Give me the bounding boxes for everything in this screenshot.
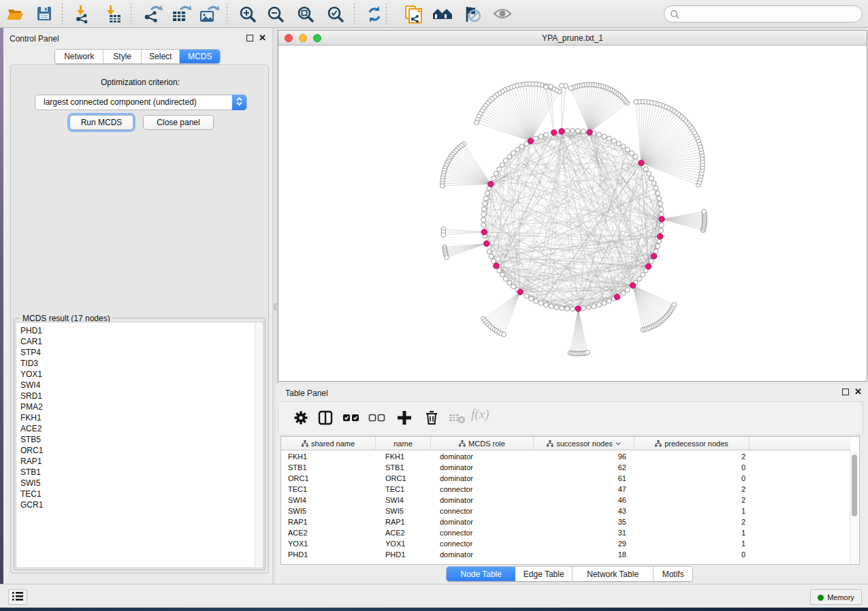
tab-node-table[interactable]: Node Table	[447, 567, 515, 581]
delete-table-icon[interactable]	[447, 409, 468, 428]
cell: TEC1	[281, 484, 376, 495]
import-table-icon[interactable]	[103, 5, 123, 24]
hide-flagged-icon[interactable]	[462, 5, 482, 24]
refresh-layout-icon[interactable]	[364, 5, 385, 24]
toolbar-separator	[131, 3, 131, 24]
table-row[interactable]: RAP1RAP1dominator352	[281, 516, 850, 527]
mcds-result-item[interactable]: FKH1	[16, 412, 255, 423]
mcds-result-item[interactable]: STP4	[16, 347, 255, 358]
zoom-selected-icon[interactable]	[325, 5, 346, 24]
tab-edge-table[interactable]: Edge Table	[515, 567, 573, 581]
table-row[interactable]: FKH1FKH1dominator962	[281, 451, 850, 462]
save-session-icon[interactable]	[34, 5, 54, 24]
toolbar-separator	[386, 3, 387, 24]
table-row[interactable]: ACE2ACE2connector311	[281, 527, 850, 538]
maximize-window-icon[interactable]	[313, 34, 321, 42]
table-panel-mode-icon[interactable]	[315, 409, 336, 428]
tab-network-table[interactable]: Network Table	[573, 567, 654, 581]
mcds-result-item[interactable]: PMA2	[16, 401, 255, 412]
mcds-result-item[interactable]: SRD1	[16, 391, 255, 401]
function-builder-icon[interactable]: f(x)	[471, 407, 489, 422]
tab-network[interactable]: Network	[55, 50, 103, 63]
cell: SWI4	[376, 495, 431, 506]
mcds-result-list[interactable]: PHD1CAR1STP4TID3YOX1SWI4SRD1PMA2FKH1ACE2…	[16, 322, 263, 568]
mcds-result-item[interactable]: STB5	[16, 434, 255, 445]
cell: 18	[534, 549, 634, 560]
import-network-icon[interactable]	[73, 5, 93, 24]
zoom-in-icon[interactable]	[238, 5, 258, 24]
memory-button[interactable]: Memory	[810, 589, 862, 605]
tab-motifs[interactable]: Motifs	[654, 567, 692, 581]
cell: 0	[634, 473, 750, 484]
column-header-successor-nodes[interactable]: successor nodes	[534, 437, 634, 450]
cell: 2	[634, 451, 750, 462]
table-row[interactable]: SWI5SWI5connector431	[281, 506, 850, 516]
mcds-result-item[interactable]: PHD1	[16, 325, 255, 336]
deselect-all-columns-icon[interactable]	[367, 409, 387, 428]
table-row[interactable]: SWI4SWI4dominator462	[281, 495, 850, 506]
table-row[interactable]: YOX1YOX1connector291	[281, 538, 850, 549]
cell: 47	[534, 484, 634, 495]
close-window-icon[interactable]	[285, 34, 293, 42]
table-row[interactable]: ORC1ORC1dominator610	[281, 473, 850, 484]
cell: SWI5	[376, 506, 431, 516]
table-gear-icon[interactable]	[291, 409, 311, 428]
column-header-name[interactable]: name	[376, 437, 431, 450]
mcds-result-item[interactable]: RAP1	[16, 456, 255, 467]
export-table-icon[interactable]	[171, 5, 191, 24]
mcds-result-item[interactable]: STB1	[16, 467, 255, 478]
column-header-MCDS-role[interactable]: MCDS role	[431, 437, 534, 450]
zoom-fit-icon[interactable]	[295, 5, 316, 24]
add-column-icon[interactable]	[394, 409, 415, 428]
table-vertical-scrollbar[interactable]	[850, 451, 858, 564]
column-header-predecessor-nodes[interactable]: predecessor nodes	[634, 437, 750, 450]
home-layouts-icon[interactable]	[432, 5, 453, 24]
float-table-panel-icon[interactable]	[842, 389, 849, 395]
cell: RAP1	[281, 516, 376, 527]
node-table[interactable]: shared namenameMCDS rolesuccessor nodesp…	[280, 436, 860, 565]
mcds-result-item[interactable]: TEC1	[16, 489, 255, 499]
cell: 96	[534, 451, 634, 462]
list-scrollbar-track[interactable]	[255, 323, 262, 567]
export-network-icon[interactable]	[142, 5, 163, 24]
tab-style[interactable]: Style	[103, 50, 142, 63]
delete-column-icon[interactable]	[421, 409, 442, 428]
table-row[interactable]: TEC1TEC1connector472	[281, 484, 850, 495]
minimize-window-icon[interactable]	[299, 34, 307, 42]
close-panel-icon[interactable]: ✕	[259, 35, 266, 42]
table-bottom-tabs: Node TableEdge TableNetwork TableMotifs	[446, 566, 693, 582]
close-table-panel-icon[interactable]: ✕	[854, 389, 862, 395]
cell: ACE2	[376, 527, 431, 538]
mcds-result-item[interactable]: ACE2	[16, 423, 255, 434]
search-input[interactable]	[664, 5, 863, 22]
mcds-result-item[interactable]: ORC1	[16, 445, 255, 456]
mcds-result-item[interactable]: YOX1	[16, 369, 255, 380]
table-panel: Table Panel ✕ f(x)	[276, 384, 868, 584]
select-all-columns-icon[interactable]	[341, 409, 361, 428]
show-panels-list-icon[interactable]	[8, 589, 27, 605]
float-panel-icon[interactable]	[246, 35, 253, 42]
tab-select[interactable]: Select	[142, 50, 180, 63]
show-eye-icon[interactable]	[492, 5, 513, 24]
export-image-icon[interactable]	[199, 5, 219, 24]
optimization-criterion-select[interactable]: largest connected component (undirected)	[35, 95, 247, 110]
duplicate-network-icon[interactable]	[403, 5, 423, 24]
close-panel-button[interactable]: Close panel	[143, 115, 214, 130]
run-mcds-button[interactable]: Run MCDS	[69, 115, 133, 130]
table-toolbar: f(x)	[278, 401, 863, 435]
toolbar-separator	[354, 3, 355, 24]
open-file-icon[interactable]	[5, 5, 26, 24]
mcds-result-item[interactable]: GCR1	[16, 499, 255, 510]
network-canvas[interactable]	[279, 46, 866, 381]
mcds-result-item[interactable]: SWI4	[16, 380, 255, 391]
zoom-out-icon[interactable]	[266, 5, 286, 24]
table-row[interactable]: PHD1PHD1dominator180	[281, 549, 850, 560]
tab-mcds[interactable]: MCDS	[180, 50, 220, 63]
scrollbar-thumb[interactable]	[852, 455, 857, 516]
column-header-shared-name[interactable]: shared name	[281, 437, 376, 450]
mcds-result-item[interactable]: SWI5	[16, 478, 255, 489]
mcds-result-item[interactable]: TID3	[16, 358, 255, 369]
table-row[interactable]: STB1STB1dominator620	[281, 462, 850, 473]
mcds-result-item[interactable]: CAR1	[16, 336, 255, 347]
network-window-titlebar[interactable]: YPA_prune.txt_1	[278, 31, 867, 46]
